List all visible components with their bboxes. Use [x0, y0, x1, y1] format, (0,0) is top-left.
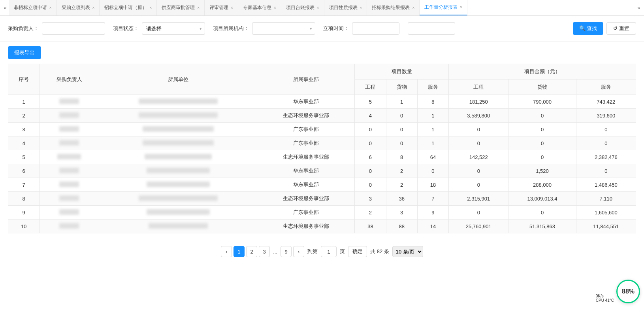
cell-amt-svc: 0: [576, 123, 636, 136]
cell-unit: [99, 95, 257, 109]
cell-qty-goods: 36: [386, 192, 417, 206]
cell-buyer: [40, 136, 99, 150]
tab-close-6[interactable]: ×: [317, 6, 319, 10]
tab-label: 招标立项申请（原）: [104, 4, 147, 11]
cell-unit: [99, 178, 257, 192]
cell-amt-goods: 51,315,863: [508, 220, 576, 233]
tab-nav-left[interactable]: «: [2, 5, 9, 11]
tab-nav-right[interactable]: »: [635, 5, 642, 11]
cell-qty-goods: 3: [386, 206, 417, 220]
tab-close-8[interactable]: ×: [412, 6, 414, 10]
cell-amt-eng: 0: [449, 178, 508, 192]
cell-buyer: [40, 123, 99, 136]
cell-qty-eng: 4: [355, 109, 386, 123]
tab-item-2[interactable]: 招标立项申请（原）×: [100, 0, 157, 15]
tab-item-9[interactable]: 工作量分析报表×: [420, 0, 467, 15]
cell-unit: [99, 192, 257, 206]
cell-qty-svc: 1: [417, 109, 448, 123]
tab-close-1[interactable]: ×: [92, 6, 95, 10]
tab-label: 非招标立项申请: [14, 4, 47, 11]
page-next[interactable]: ›: [293, 246, 304, 257]
tab-close-0[interactable]: ×: [49, 6, 52, 10]
cell-amt-goods: 0: [508, 150, 576, 164]
tab-label: 工作量分析报表: [424, 4, 458, 11]
search-button[interactable]: 🔍 查找: [573, 22, 604, 35]
tab-close-9[interactable]: ×: [460, 5, 462, 9]
cell-qty-svc: 64: [417, 150, 448, 164]
cell-seq: 4: [8, 136, 40, 150]
pagination: ‹ 1 2 3 ... 9 › 到第 页 确定 共 82 条 10 条/页 20…: [0, 241, 644, 262]
export-button[interactable]: 报表导出: [8, 46, 41, 59]
cell-amt-eng: 2,315,901: [449, 192, 508, 206]
cell-amt-svc: 7,110: [576, 192, 636, 206]
table-row: 10 生态环境服务事业部 38 88 14 25,760,901 51,315,…: [8, 220, 636, 233]
cell-qty-svc: 0: [417, 164, 448, 178]
page-2[interactable]: 2: [246, 246, 257, 257]
col-dept: 所属事业部: [257, 64, 355, 95]
cell-qty-goods: 8: [386, 150, 417, 164]
page-1[interactable]: 1: [233, 246, 245, 257]
cell-amt-svc: 319,600: [576, 109, 636, 123]
page-9[interactable]: 9: [281, 246, 292, 257]
cell-qty-svc: 8: [417, 95, 448, 109]
goto-confirm[interactable]: 确定: [348, 246, 367, 257]
tab-item-1[interactable]: 采购立项列表×: [57, 0, 100, 15]
tab-item-0[interactable]: 非招标立项申请×: [9, 0, 57, 15]
cell-buyer: [40, 220, 99, 233]
cell-qty-eng: 0: [355, 164, 386, 178]
tab-item-7[interactable]: 项目性质报表×: [324, 0, 367, 15]
cell-seq: 2: [8, 109, 40, 123]
tab-close-7[interactable]: ×: [360, 6, 362, 10]
cell-qty-eng: 0: [355, 178, 386, 192]
cell-dept: 华东事业部: [257, 164, 355, 178]
goto-input[interactable]: [321, 246, 337, 257]
tab-close-3[interactable]: ×: [197, 6, 200, 10]
table-row: 3 广东事业部 0 0 1 0 0 0: [8, 123, 636, 136]
tab-close-4[interactable]: ×: [231, 6, 233, 10]
cell-dept: 广东事业部: [257, 123, 355, 136]
col-amt-svc: 服务: [576, 79, 636, 95]
cell-qty-goods: 0: [386, 123, 417, 136]
cpu-percent: 88%: [622, 288, 635, 295]
page-unit: 页: [340, 248, 345, 255]
cell-amt-svc: 2,382,476: [576, 150, 636, 164]
cell-qty-goods: 88: [386, 220, 417, 233]
cell-amt-svc: 743,422: [576, 95, 636, 109]
tab-item-8[interactable]: 招标采购结果报表×: [367, 0, 420, 15]
tab-close-2[interactable]: ×: [149, 6, 152, 10]
main-content: 采购负责人： 项目状态： 请选择 项目所属机构： 立项时间： —: [0, 16, 644, 335]
table-row: 1 华东事业部 5 1 8 181,250 790,000 743,422: [8, 95, 636, 109]
cell-buyer: [40, 109, 99, 123]
cell-dept: 生态环境服务事业部: [257, 192, 355, 206]
cell-unit: [99, 206, 257, 220]
page-prev[interactable]: ‹: [221, 246, 232, 257]
org-select[interactable]: [252, 22, 315, 35]
filter-date: 立项时间： —: [323, 22, 455, 35]
col-buyer: 采购负责人: [40, 64, 99, 95]
tab-close-5[interactable]: ×: [274, 6, 276, 10]
date-end-input[interactable]: [408, 22, 455, 35]
page-size-select[interactable]: 10 条/页 20 条/页 50 条/页: [392, 246, 423, 257]
cell-seq: 8: [8, 192, 40, 206]
tab-item-4[interactable]: 评审管理×: [205, 0, 238, 15]
page-3[interactable]: 3: [259, 246, 270, 257]
status-select[interactable]: 请选择: [142, 22, 205, 35]
cell-amt-eng: 3,589,800: [449, 109, 508, 123]
cell-amt-eng: 142,522: [449, 150, 508, 164]
date-start-input[interactable]: [352, 22, 399, 35]
cell-amt-eng: 0: [449, 123, 508, 136]
cell-amt-eng: 0: [449, 164, 508, 178]
cell-qty-svc: 1: [417, 123, 448, 136]
cell-qty-eng: 0: [355, 136, 386, 150]
cell-seq: 6: [8, 164, 40, 178]
cell-amt-eng: 25,760,901: [449, 220, 508, 233]
cell-amt-svc: 0: [576, 136, 636, 150]
buyer-input[interactable]: [42, 22, 105, 35]
tab-item-6[interactable]: 项目台账报表×: [281, 0, 324, 15]
tab-item-5[interactable]: 专家基本信息×: [238, 0, 281, 15]
tab-item-3[interactable]: 供应商审批管理×: [157, 0, 205, 15]
cell-seq: 3: [8, 123, 40, 136]
col-qty-eng: 工程: [355, 79, 386, 95]
table-row: 6 华东事业部 0 2 0 0 1,520 0: [8, 164, 636, 178]
reset-button[interactable]: ↺ 重置: [606, 22, 636, 35]
